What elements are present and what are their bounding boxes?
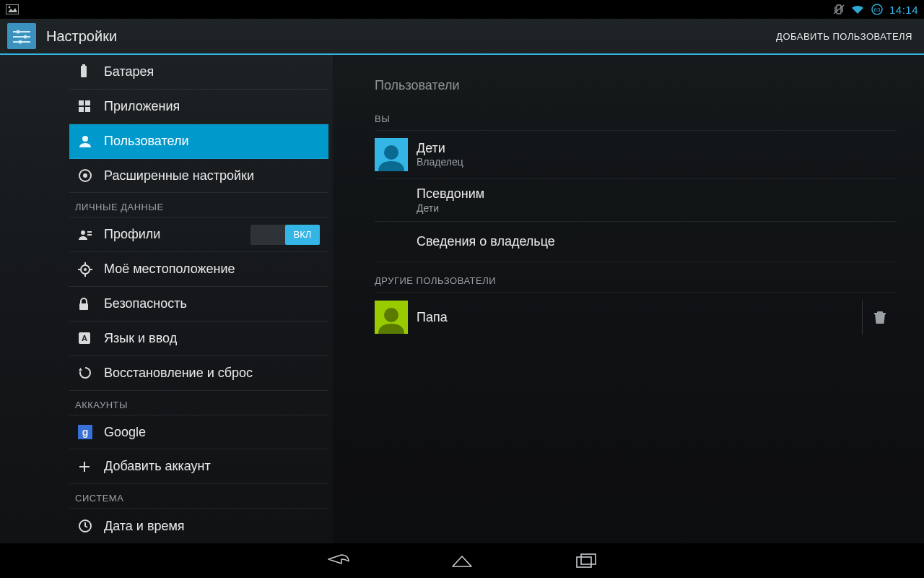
svg-rect-24 xyxy=(87,234,92,236)
svg-rect-23 xyxy=(87,231,92,233)
sidebar-item-profiles[interactable]: Профили ВКЛ xyxy=(69,217,328,252)
app-bar: Настройки ДОБАВИТЬ ПОЛЬЗОВАТЕЛЯ xyxy=(0,19,924,55)
home-button[interactable] xyxy=(443,547,481,574)
owner-info-row[interactable]: Сведения о владельце xyxy=(375,222,897,262)
svg-rect-16 xyxy=(85,100,90,105)
owner-text: Дети Владелец xyxy=(417,141,463,168)
status-time: 14:14 xyxy=(889,4,918,16)
battery-icon xyxy=(78,64,104,79)
plus-icon xyxy=(78,460,104,473)
svg-point-35 xyxy=(384,308,398,322)
svg-rect-15 xyxy=(79,100,84,105)
status-left xyxy=(6,4,19,14)
avatar xyxy=(375,301,408,334)
sidebar-item-advanced[interactable]: Расширенные настройки xyxy=(69,159,328,194)
svg-rect-17 xyxy=(79,107,84,112)
profiles-switch[interactable]: ВКЛ xyxy=(250,225,320,245)
sidebar-item-label: Приложения xyxy=(104,99,180,114)
sidebar-item-users[interactable]: Пользователи xyxy=(69,124,328,159)
status-right: 63 14:14 xyxy=(833,3,918,16)
gear-icon xyxy=(78,168,104,183)
owner-info-text: Сведения о владельце xyxy=(417,234,555,250)
other-user-row[interactable]: Папа xyxy=(375,293,897,342)
svg-rect-0 xyxy=(6,4,19,14)
sidebar-item-security[interactable]: Безопасность xyxy=(69,287,328,322)
svg-rect-18 xyxy=(85,107,90,112)
add-user-action[interactable]: ДОБАВИТЬ ПОЛЬЗОВАТЕЛЯ xyxy=(776,31,912,42)
avatar xyxy=(375,138,408,171)
sidebar-item-label: Батарея xyxy=(104,64,154,79)
sidebar-item-label: Безопасность xyxy=(104,296,187,311)
svg-text:A: A xyxy=(82,334,87,342)
sidebar-item-label: Добавить аккаунт xyxy=(104,459,211,474)
sidebar-header-system: СИСТЕМА xyxy=(69,484,328,509)
svg-marker-30 xyxy=(79,368,82,371)
vibrate-icon xyxy=(833,4,845,15)
sidebar-header-personal: ЛИЧНЫЕ ДАННЫЕ xyxy=(69,193,328,217)
restore-icon xyxy=(78,366,104,380)
content-panel: Пользователи ВЫ Дети Владелец Псевдоним … xyxy=(333,55,924,543)
status-bar: 63 14:14 xyxy=(0,0,924,19)
screen: 63 14:14 Настройки ДОБАВИТЬ ПОЛЬЗОВАТЕЛЯ… xyxy=(0,0,924,578)
wifi-icon xyxy=(850,4,865,15)
clock-icon xyxy=(78,519,104,533)
settings-icon xyxy=(7,23,36,49)
svg-rect-27 xyxy=(79,303,88,310)
back-button[interactable] xyxy=(318,547,357,574)
gallery-icon xyxy=(6,4,19,14)
owner-row[interactable]: Дети Владелец xyxy=(375,131,897,179)
sidebar-item-label: Язык и ввод xyxy=(104,331,177,346)
owner-info-label: Сведения о владельце xyxy=(417,234,555,250)
svg-point-26 xyxy=(84,268,87,271)
nickname-text: Псевдоним Дети xyxy=(417,186,484,214)
sidebar-item-label: Профили xyxy=(104,227,160,242)
profile-icon xyxy=(78,229,104,241)
trash-icon xyxy=(873,310,886,324)
svg-text:63: 63 xyxy=(874,7,881,13)
owner-role: Владелец xyxy=(417,156,463,168)
owner-name: Дети xyxy=(417,141,463,157)
navigation-bar xyxy=(0,543,924,578)
sidebar-item-label: Google xyxy=(104,425,146,440)
language-icon: A xyxy=(78,332,104,345)
sidebar-item-label: Расширенные настройки xyxy=(104,168,254,184)
page-title: Настройки xyxy=(46,28,776,45)
svg-point-10 xyxy=(24,35,27,39)
sidebar-item-location[interactable]: Моё местоположение xyxy=(69,252,328,287)
user-icon xyxy=(78,134,104,147)
nickname-value: Дети xyxy=(417,202,484,215)
svg-rect-39 xyxy=(581,554,596,564)
sidebar-item-google[interactable]: g Google xyxy=(69,415,328,450)
sidebar-header-accounts: АККАУНТЫ xyxy=(69,391,328,415)
sidebar-item-datetime[interactable]: Дата и время xyxy=(69,509,328,543)
sidebar-item-apps[interactable]: Приложения xyxy=(69,90,328,124)
svg-point-21 xyxy=(83,173,87,178)
apps-icon xyxy=(78,100,104,113)
section-you: ВЫ xyxy=(375,109,897,131)
svg-point-12 xyxy=(19,40,22,44)
svg-rect-14 xyxy=(82,64,85,66)
other-user-name: Папа xyxy=(417,310,448,326)
svg-point-22 xyxy=(81,230,85,235)
sidebar-item-backup[interactable]: Восстановление и сброс xyxy=(69,356,328,391)
sidebar-item-battery[interactable]: Батарея xyxy=(69,55,328,90)
svg-point-2 xyxy=(9,7,11,9)
nickname-label: Псевдоним xyxy=(417,186,484,202)
sidebar-item-label: Пользователи xyxy=(104,134,188,149)
svg-text:g: g xyxy=(82,426,89,438)
sidebar-item-add-account[interactable]: Добавить аккаунт xyxy=(69,449,328,484)
svg-point-8 xyxy=(17,30,20,34)
lock-icon xyxy=(78,298,104,311)
delete-user-button[interactable] xyxy=(862,300,897,335)
google-icon: g xyxy=(78,425,104,439)
body: Батарея Приложения Пользователи Расширен… xyxy=(0,55,924,543)
sidebar-item-label: Восстановление и сброс xyxy=(104,366,253,381)
section-other: ДРУГИЕ ПОЛЬЗОВАТЕЛИ xyxy=(375,271,897,293)
svg-marker-1 xyxy=(8,8,17,12)
switch-on-label: ВКЛ xyxy=(285,225,320,245)
svg-point-34 xyxy=(384,145,398,160)
sidebar: Батарея Приложения Пользователи Расширен… xyxy=(0,55,328,543)
recent-button[interactable] xyxy=(567,547,606,574)
nickname-row[interactable]: Псевдоним Дети xyxy=(375,179,897,222)
sidebar-item-language[interactable]: A Язык и ввод xyxy=(69,322,328,356)
